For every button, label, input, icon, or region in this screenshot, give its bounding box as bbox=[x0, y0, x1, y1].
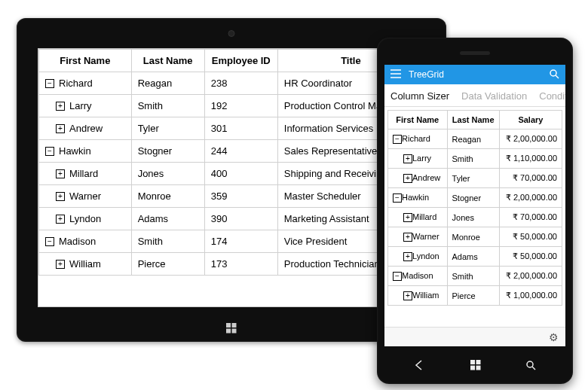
svg-line-8 bbox=[556, 75, 559, 78]
phone-nav-bar bbox=[392, 355, 558, 376]
cell-first-name: Hawkin bbox=[402, 193, 429, 202]
cell-first-name: Warner bbox=[69, 190, 101, 202]
cell-salary: ₹ 2,00,000.00 bbox=[499, 188, 562, 208]
svg-rect-1 bbox=[232, 323, 237, 328]
svg-point-13 bbox=[527, 361, 533, 367]
expand-icon[interactable]: + bbox=[403, 174, 412, 183]
table-row[interactable]: +AndrewTyler301Information Services Mana… bbox=[39, 117, 424, 140]
table-row[interactable]: −MadisonSmith₹ 2,00,000.00 bbox=[388, 267, 562, 286]
tree-grid-phone[interactable]: First Name Last Name Salary −RichardReag… bbox=[387, 110, 562, 306]
cell-salary: ₹ 70,000.00 bbox=[499, 208, 562, 227]
table-row[interactable]: −RichardReagan238HR Coordinator bbox=[39, 72, 424, 95]
table-row[interactable]: −HawkinStogner₹ 2,00,000.00 bbox=[388, 188, 562, 208]
phone-bottom-bar: ⚙ bbox=[384, 327, 565, 346]
table-row[interactable]: +MillardJones₹ 70,000.00 bbox=[388, 208, 562, 227]
svg-line-14 bbox=[532, 367, 535, 370]
cell-salary: ₹ 1,10,000.00 bbox=[499, 149, 562, 169]
hamburger-icon[interactable] bbox=[390, 69, 401, 81]
cell-employee-id: 192 bbox=[204, 95, 277, 117]
back-button[interactable] bbox=[414, 360, 426, 373]
table-row[interactable]: −MadisonSmith174Vice President bbox=[39, 230, 424, 253]
cell-first-name: Warner bbox=[412, 232, 439, 241]
tab-column-sizer[interactable]: Column Sizer bbox=[384, 84, 455, 106]
collapse-icon[interactable]: − bbox=[45, 147, 54, 156]
expand-icon[interactable]: + bbox=[56, 192, 65, 201]
table-row[interactable]: +LarrySmith192Production Control Manager bbox=[39, 95, 424, 117]
cell-salary: ₹ 50,000.00 bbox=[499, 227, 562, 247]
app-title: TreeGrid bbox=[409, 69, 541, 80]
col-first-name[interactable]: First Name bbox=[39, 50, 132, 72]
expand-icon[interactable]: + bbox=[56, 102, 65, 111]
tablet-header-row: First Name Last Name Employee ID Title bbox=[39, 50, 424, 72]
pcol-last-name[interactable]: Last Name bbox=[447, 111, 499, 129]
cell-employee-id: 390 bbox=[204, 208, 277, 230]
table-row[interactable]: +WilliamPierce₹ 1,00,000.00 bbox=[388, 286, 562, 306]
table-row[interactable]: −HawkinStogner244Sales Representative bbox=[39, 140, 424, 163]
col-employee-id[interactable]: Employee ID bbox=[204, 50, 277, 72]
cell-salary: ₹ 70,000.00 bbox=[499, 169, 562, 188]
expand-icon[interactable]: + bbox=[403, 154, 412, 163]
table-row[interactable]: +WilliamPierce173Production Technician bbox=[39, 253, 424, 276]
search-button[interactable] bbox=[525, 360, 536, 373]
expand-icon[interactable]: + bbox=[56, 260, 65, 269]
cell-first-name: Lyndon bbox=[69, 213, 101, 224]
cell-first-name: Andrew bbox=[412, 173, 440, 182]
tab-condit[interactable]: Condit bbox=[533, 84, 565, 106]
cell-first-name: Madison bbox=[402, 271, 433, 280]
table-row[interactable]: −RichardReagan₹ 2,00,000.00 bbox=[388, 129, 562, 149]
table-row[interactable]: +LarrySmith₹ 1,10,000.00 bbox=[388, 149, 562, 169]
search-icon[interactable] bbox=[549, 69, 559, 81]
cell-last-name: Jones bbox=[131, 163, 204, 185]
expand-icon[interactable]: + bbox=[403, 233, 412, 242]
tablet-screen: First Name Last Name Employee ID Title −… bbox=[38, 48, 425, 307]
pcol-first-name[interactable]: First Name bbox=[388, 111, 448, 129]
cell-last-name: Smith bbox=[131, 95, 204, 117]
table-row[interactable]: +AndrewTyler₹ 70,000.00 bbox=[388, 169, 562, 188]
svg-rect-9 bbox=[470, 360, 475, 364]
table-row[interactable]: +MillardJones400Shipping and Receiving C… bbox=[39, 163, 424, 185]
col-last-name[interactable]: Last Name bbox=[131, 50, 204, 72]
collapse-icon[interactable]: − bbox=[393, 135, 402, 144]
expand-icon[interactable]: + bbox=[403, 291, 412, 300]
expand-icon[interactable]: + bbox=[56, 215, 65, 224]
table-row[interactable]: +WarnerMonroe₹ 50,000.00 bbox=[388, 227, 562, 247]
cell-last-name: Adams bbox=[131, 208, 204, 230]
svg-rect-0 bbox=[226, 323, 231, 328]
collapse-icon[interactable]: − bbox=[45, 79, 54, 88]
cell-last-name: Stogner bbox=[131, 140, 204, 163]
cell-first-name: Richard bbox=[402, 134, 430, 143]
tree-grid-tablet[interactable]: First Name Last Name Employee ID Title −… bbox=[38, 49, 424, 276]
tablet-home-bar[interactable] bbox=[38, 322, 425, 336]
windows-logo-icon[interactable] bbox=[226, 323, 237, 336]
collapse-icon[interactable]: − bbox=[393, 272, 402, 281]
cell-first-name: Hawkin bbox=[59, 145, 91, 157]
cell-first-name: Millard bbox=[412, 212, 436, 221]
expand-icon[interactable]: + bbox=[403, 252, 412, 261]
settings-button[interactable]: ⚙ bbox=[549, 331, 561, 343]
table-row[interactable]: +LyndonAdams390Marketing Assistant bbox=[39, 208, 424, 230]
cell-last-name: Smith bbox=[131, 230, 204, 253]
collapse-icon[interactable]: − bbox=[393, 193, 402, 203]
cell-employee-id: 301 bbox=[204, 117, 277, 140]
cell-first-name: Andrew bbox=[69, 123, 103, 134]
tab-data-validation[interactable]: Data Validation bbox=[455, 84, 533, 106]
tab-strip: Column SizerData ValidationCondit bbox=[384, 84, 565, 107]
cell-first-name: Richard bbox=[59, 78, 93, 89]
home-button[interactable] bbox=[470, 360, 481, 373]
pcol-salary[interactable]: Salary bbox=[499, 111, 562, 129]
svg-rect-12 bbox=[476, 365, 480, 370]
cell-employee-id: 359 bbox=[204, 185, 277, 208]
cell-last-name: Reagan bbox=[131, 72, 204, 95]
phone-speaker bbox=[460, 51, 490, 55]
cell-salary: ₹ 1,00,000.00 bbox=[499, 286, 562, 306]
expand-icon[interactable]: + bbox=[403, 213, 412, 222]
cell-last-name: Smith bbox=[447, 267, 499, 286]
cell-last-name: Pierce bbox=[447, 286, 499, 306]
expand-icon[interactable]: + bbox=[56, 124, 65, 133]
cell-first-name: William bbox=[412, 291, 439, 300]
expand-icon[interactable]: + bbox=[56, 169, 65, 178]
table-row[interactable]: +WarnerMonroe359Master Scheduler bbox=[39, 185, 424, 208]
table-row[interactable]: +LyndonAdams₹ 50,000.00 bbox=[388, 247, 562, 267]
collapse-icon[interactable]: − bbox=[45, 237, 54, 246]
cell-first-name: Millard bbox=[69, 168, 98, 179]
